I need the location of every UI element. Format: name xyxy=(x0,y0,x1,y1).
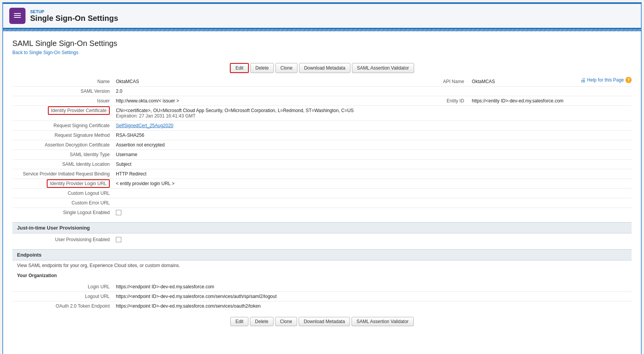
name-value: OktaMCAS xyxy=(113,77,391,87)
help-link-text[interactable]: Help for this Page xyxy=(587,77,624,83)
endpoints-description: View SAML endpoints for your org, Experi… xyxy=(12,260,632,271)
svg-rect-2 xyxy=(14,17,21,18)
api-name-label: API Name xyxy=(391,77,469,87)
assertion-decrypt-value: Assertion not encrypted xyxy=(113,140,632,150)
edit-button-bottom[interactable]: Edit xyxy=(230,317,248,326)
endpoints-section-header: Endpoints xyxy=(12,249,632,260)
single-logout-enabled-label: Single Logout Enabled xyxy=(12,208,113,219)
entity-id-value: https://<entity ID>-dev-ed.my.salesforce… xyxy=(469,96,632,106)
name-label: Name xyxy=(12,77,113,87)
sp-request-binding-value: HTTP Redirect xyxy=(113,169,632,179)
single-logout-enabled-value xyxy=(113,208,632,219)
detail-table: Name OktaMCAS API Name OktaMCAS SAML Ver… xyxy=(12,77,632,218)
clone-button-bottom[interactable]: Clone xyxy=(275,317,297,326)
idp-login-url-label-cell: Identity Provider Login URL xyxy=(12,179,113,189)
request-signing-cert-label: Request Signing Certificate xyxy=(12,121,113,131)
user-provisioning-value xyxy=(113,235,632,245)
custom-error-url-label: Custom Error URL xyxy=(12,198,113,208)
request-sig-method-label: Request Signature Method xyxy=(12,131,113,140)
assertion-decrypt-label: Assertion Decryption Certificate xyxy=(12,140,113,150)
idp-cert-label: Identity Provider Certificate xyxy=(48,106,110,115)
clone-button-top[interactable]: Clone xyxy=(275,63,297,73)
custom-logout-url-value xyxy=(113,189,632,198)
svg-rect-0 xyxy=(14,13,21,14)
login-url-label: Login URL xyxy=(12,282,113,292)
header-page-title: Single Sign-On Settings xyxy=(30,14,118,23)
user-provisioning-label: User Provisioning Enabled xyxy=(12,235,113,245)
back-link[interactable]: Back to Single Sign-On Settings xyxy=(12,50,78,55)
printer-icon: 🖨 xyxy=(580,77,586,83)
sp-request-binding-label: Service Provider Initiated Request Bindi… xyxy=(12,169,113,179)
saml-validator-button-top[interactable]: SAML Assertion Validator xyxy=(352,63,414,73)
signing-cert-link[interactable]: SelfSignedCert_25Aug2020 xyxy=(116,123,173,128)
delete-button-top[interactable]: Delete xyxy=(250,63,274,73)
saml-validator-button-bottom[interactable]: SAML Assertion Validator xyxy=(352,317,414,326)
svg-rect-1 xyxy=(14,15,21,16)
saml-identity-loc-value: Subject xyxy=(113,160,632,169)
oauth-token-label: OAuth 2.0 Token Endpoint xyxy=(12,301,113,311)
custom-logout-url-label: Custom Logout URL xyxy=(12,189,113,198)
jit-table: User Provisioning Enabled xyxy=(12,235,632,245)
oauth-token-value: https://<endpoint ID>-dev-ed.my.salesfor… xyxy=(113,301,632,311)
single-logout-checkbox[interactable] xyxy=(116,210,121,215)
saml-identity-type-label: SAML Identity Type xyxy=(12,150,113,160)
user-provisioning-checkbox[interactable] xyxy=(116,237,121,242)
bottom-toolbar: Edit Delete Clone Download Metadata SAML… xyxy=(12,317,632,326)
idp-cert-label-cell: Identity Provider Certificate xyxy=(12,106,113,121)
logout-url-label: Logout URL xyxy=(12,292,113,301)
entity-id-label: Entity ID xyxy=(391,96,469,106)
edit-button-top[interactable]: Edit xyxy=(230,63,249,73)
help-badge: ? xyxy=(625,77,632,83)
endpoints-table: Login URL https://<endpoint ID>-dev-ed.m… xyxy=(12,282,632,311)
saml-version-label: SAML Version xyxy=(12,87,113,96)
your-org-label: Your Organization xyxy=(12,271,632,281)
page-heading: SAML Single Sign-On Settings xyxy=(12,39,632,48)
saml-version-value: 2.0 xyxy=(113,87,632,96)
login-url-value: https://<endpoint ID>-dev-ed.my.salesfor… xyxy=(113,282,632,292)
saml-identity-type-value: Username xyxy=(113,150,632,160)
custom-error-url-value xyxy=(113,198,632,208)
download-metadata-button-bottom[interactable]: Download Metadata xyxy=(299,317,350,326)
logout-url-value: https://<endpoint ID>-dev-ed.my.salesfor… xyxy=(113,292,632,301)
saml-identity-loc-label: SAML Identity Location xyxy=(12,160,113,169)
jit-section-header: Just-in-time User Provisioning xyxy=(12,222,632,233)
issuer-value: http://www.okta.com/< issuer > xyxy=(113,96,391,106)
download-metadata-button-top[interactable]: Download Metadata xyxy=(299,63,350,73)
app-icon xyxy=(9,8,25,24)
idp-login-url-value: < entity provider login URL > xyxy=(113,179,632,189)
setup-label: SETUP xyxy=(30,9,118,14)
request-sig-method-value: RSA-SHA256 xyxy=(113,131,632,140)
top-toolbar: Edit Delete Clone Download Metadata SAML… xyxy=(12,63,632,73)
idp-login-url-label: Identity Provider Login URL xyxy=(47,179,110,188)
issuer-label: Issuer xyxy=(12,96,113,106)
delete-button-bottom[interactable]: Delete xyxy=(250,317,274,326)
request-signing-cert-value: SelfSignedCert_25Aug2020 xyxy=(113,121,632,131)
help-link[interactable]: 🖨 Help for this Page ? xyxy=(580,77,632,83)
idp-cert-value: CN=<certificate>, OU=Microsoft Cloud App… xyxy=(113,106,632,121)
